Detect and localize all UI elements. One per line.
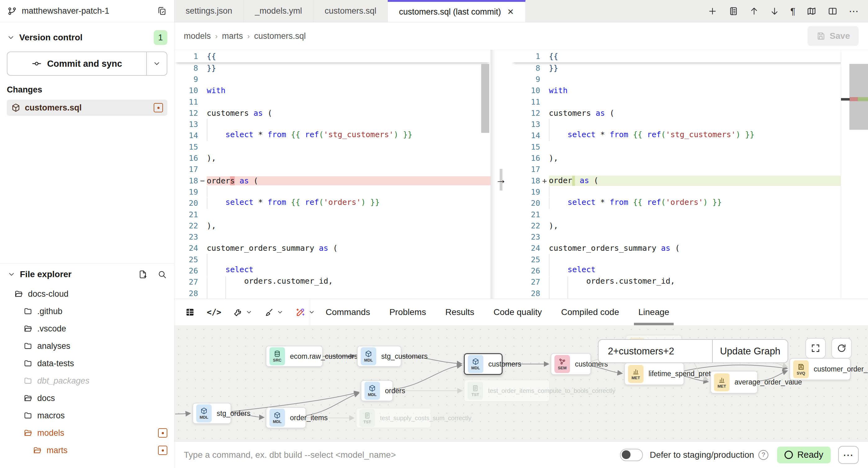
lineage-node-lifetime-spend-pretax[interactable]: MET lifetime_spend_pretax xyxy=(624,363,684,385)
code-line[interactable]: 27 orders.customer_id, xyxy=(512,277,868,288)
panel-tab-Compiled code[interactable]: Compiled code xyxy=(561,299,619,325)
tab-customers.sql (last commit)[interactable]: customers.sql (last commit) ✕ xyxy=(388,0,525,22)
map-icon[interactable] xyxy=(807,6,816,16)
code-line[interactable]: 13 xyxy=(512,119,868,130)
file-explorer-item-models[interactable]: models xyxy=(0,424,174,442)
panel-tab-Commands[interactable]: Commands xyxy=(326,299,370,325)
code-line[interactable]: 10 with xyxy=(512,85,868,96)
commit-and-sync-button[interactable]: Commit and sync xyxy=(7,52,167,76)
file-explorer-item-data-tests[interactable]: data-tests xyxy=(0,355,174,372)
diff-overview-ruler[interactable] xyxy=(841,50,868,299)
code-line[interactable]: 14 select * from {{ ref('stg_customers')… xyxy=(512,130,868,141)
code-line[interactable]: 25 xyxy=(175,254,491,265)
file-explorer-item-docs-cloud[interactable]: docs-cloud xyxy=(0,285,174,303)
code-line[interactable]: 23 xyxy=(512,231,868,242)
lineage-selector-input[interactable]: 2+customers+2 xyxy=(598,340,712,363)
panel-tab-Code quality[interactable]: Code quality xyxy=(494,299,542,325)
chevron-down-icon[interactable] xyxy=(7,33,15,41)
diff-pane-modified[interactable]: 1 {{ 8 }} 9 10 with 11 12 customers as (… xyxy=(512,50,868,299)
command-input[interactable]: Type a command, ex. dbt build --select <… xyxy=(184,450,620,460)
defer-toggle[interactable] xyxy=(620,449,643,461)
lineage-node-customer-order-metrics[interactable]: SVQ customer_order_metrics xyxy=(789,358,850,380)
lineage-node-order-items[interactable]: MDL order_items xyxy=(266,407,306,428)
code-line[interactable]: 19 xyxy=(175,186,491,197)
code-line[interactable]: 22 ), xyxy=(512,220,868,231)
plus-icon[interactable] xyxy=(708,6,717,16)
duplicate-icon[interactable] xyxy=(157,6,167,16)
revert-change-arrow-icon[interactable]: → xyxy=(495,173,507,186)
lineage-node-ecom-raw-customers[interactable]: SRC ecom.raw_customers xyxy=(266,346,323,367)
code-line[interactable]: 12 customers as ( xyxy=(512,107,868,119)
tab-customers.sql[interactable]: customers.sql xyxy=(314,0,388,22)
commit-options-dropdown[interactable] xyxy=(146,52,167,75)
code-line[interactable]: 20 select * from {{ ref('orders') }} xyxy=(175,198,491,209)
file-explorer-item-analyses[interactable]: analyses xyxy=(0,337,174,355)
code-line[interactable]: 16 ), xyxy=(512,152,868,163)
code-line[interactable]: 18 + order as ( xyxy=(512,175,868,186)
code-line[interactable]: 11 xyxy=(512,96,868,107)
arrow-up-icon[interactable] xyxy=(749,6,759,16)
format-button[interactable] xyxy=(264,307,283,317)
lineage-node-test-order-items[interactable]: TST test_order_items_compute_to_bools_co… xyxy=(464,379,550,402)
code-line[interactable]: 8 }} xyxy=(175,62,491,73)
code-line[interactable]: 8 }} xyxy=(512,62,868,73)
diff-pane-original[interactable]: 1 {{ 8 }} 9 10 with 11 12 customers as (… xyxy=(175,50,491,299)
breadcrumb-segment[interactable]: models xyxy=(184,31,211,41)
code-line[interactable]: 9 xyxy=(175,73,491,85)
file-explorer-item-dbt_packages[interactable]: dbt_packages xyxy=(0,372,174,389)
code-line[interactable]: 23 xyxy=(175,231,491,242)
code-line[interactable]: 1 {{ xyxy=(512,50,868,62)
pilcrow-icon[interactable]: ¶ xyxy=(790,6,795,17)
breadcrumb-segment[interactable]: customers.sql xyxy=(254,31,306,41)
code-line[interactable]: 28 xyxy=(175,288,491,299)
code-line[interactable]: 17 xyxy=(512,164,868,175)
refresh-graph-button[interactable] xyxy=(831,338,852,358)
chevron-down-icon[interactable] xyxy=(7,270,16,278)
code-line[interactable]: 26 select xyxy=(512,265,868,276)
tab-_models.yml[interactable]: _models.yml xyxy=(244,0,314,22)
file-explorer-item-.vscode[interactable]: .vscode xyxy=(0,320,174,337)
code-line[interactable]: 14 select * from {{ ref('stg_customers')… xyxy=(175,130,491,141)
code-line[interactable]: 15 xyxy=(512,141,868,152)
search-icon[interactable] xyxy=(157,270,167,279)
update-graph-button[interactable]: Update Graph xyxy=(712,340,787,363)
code-line[interactable]: 22 ), xyxy=(175,220,491,231)
code-line[interactable]: 24 customer_orders_summary as ( xyxy=(512,243,868,254)
notebook-icon[interactable] xyxy=(728,6,738,16)
code-line[interactable]: 16 ), xyxy=(175,152,491,163)
lineage-node-stg-orders[interactable]: MDL stg_orders xyxy=(192,403,231,424)
code-line[interactable]: 10 with xyxy=(175,85,491,96)
code-line[interactable]: 1 {{ xyxy=(175,50,491,62)
help-icon[interactable]: ? xyxy=(758,450,768,460)
lineage-node-orders-model[interactable]: MDL orders xyxy=(361,380,393,401)
ellipsis-icon[interactable]: ⋯ xyxy=(849,5,859,17)
code-line[interactable]: 15 xyxy=(175,141,491,152)
code-line[interactable]: 9 xyxy=(512,73,868,85)
split-icon[interactable] xyxy=(828,6,838,16)
file-explorer-item-macros[interactable]: macros xyxy=(0,407,174,424)
code-line[interactable]: 25 xyxy=(512,254,868,265)
new-file-icon[interactable] xyxy=(138,270,148,279)
code-line[interactable]: 20 select * from {{ ref('orders') }} xyxy=(512,198,868,209)
lineage-node-stg-customers[interactable]: MDL stg_customers xyxy=(357,346,401,367)
file-explorer-item-docs[interactable]: docs xyxy=(0,389,174,407)
status-ready-badge[interactable]: Ready xyxy=(777,446,831,463)
code-line[interactable]: 26 select xyxy=(175,265,491,276)
lineage-node-average-order-value[interactable]: MET average_order_value xyxy=(710,371,758,394)
panel-tab-Lineage[interactable]: Lineage xyxy=(638,299,669,325)
file-explorer-item-marts[interactable]: marts xyxy=(0,442,174,459)
code-line[interactable]: 17 xyxy=(175,164,491,175)
code-line[interactable]: 28 xyxy=(512,288,868,299)
breadcrumb-segment[interactable]: marts xyxy=(222,31,243,41)
code-line[interactable]: 19 xyxy=(512,186,868,197)
code-line[interactable]: 21 xyxy=(512,209,868,220)
lineage-node-test-supply-costs[interactable]: TST test_supply_costs_sum_correctly xyxy=(356,408,431,428)
arrow-down-icon[interactable] xyxy=(770,6,779,16)
results-table-icon[interactable] xyxy=(185,307,195,317)
lineage-node-customers-semantic[interactable]: SEM customers xyxy=(551,353,591,375)
lineage-canvas[interactable]: SRC ecom.raw_customers MDL stg_customers… xyxy=(175,325,868,441)
code-line[interactable]: 12 customers as ( xyxy=(175,107,491,119)
panel-tab-Problems[interactable]: Problems xyxy=(389,299,426,325)
panel-tab-Results[interactable]: Results xyxy=(445,299,474,325)
code-line[interactable]: 18 − orders as ( xyxy=(175,175,491,186)
